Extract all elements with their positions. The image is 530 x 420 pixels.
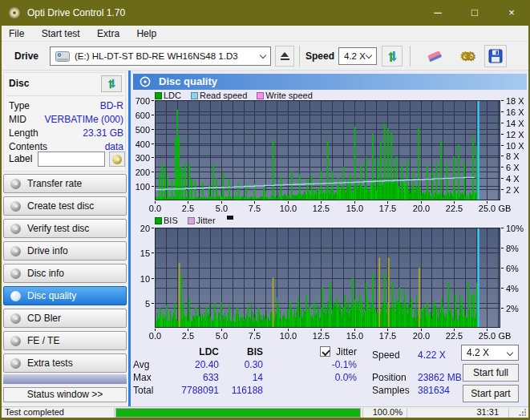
position-stat-value: 23862 MB [418, 372, 466, 383]
save-button[interactable] [484, 45, 507, 67]
refresh-button[interactable] [382, 46, 403, 67]
disc-type-row: Type BD-R [9, 100, 123, 111]
toolbar-separator [299, 46, 300, 67]
statusbar-separator [407, 408, 407, 418]
write-label-button[interactable] [109, 151, 125, 167]
jitter-checkbox[interactable] [320, 346, 330, 357]
panel-title: Disc quality [159, 75, 217, 87]
menu-help[interactable]: Help [129, 26, 164, 42]
title-bar: Opti Drive Control 1.70 ─ □ × [0, 0, 530, 26]
cd-icon [10, 269, 21, 279]
progress-percent: 100.0% [364, 407, 403, 418]
eraser-icon [426, 50, 443, 63]
app-icon [8, 6, 21, 22]
drive-label: Drive [14, 42, 38, 71]
menu-start-test[interactable]: Start test [34, 26, 87, 42]
cd-icon [10, 246, 21, 256]
disc-length-label: Length [9, 127, 38, 139]
max-row-label: Max [133, 372, 152, 383]
menu-extra[interactable]: Extra [90, 26, 127, 42]
drive-select[interactable]: (E:) HL-DT-ST BD-RE WH16NS48 1.D3 [50, 46, 271, 66]
disc-label-label: Label [9, 153, 32, 164]
avg-ldc-value: 20.40 [179, 359, 219, 370]
samples-stat-value: 381634 [418, 385, 466, 396]
speed-stat-value: 4.22 X [418, 349, 456, 361]
sidebar-item-label: CD Bler [27, 313, 61, 324]
cd-icon [10, 224, 21, 234]
bis-column-header: BIS [223, 346, 263, 357]
window-frame: File Start test Extra Help Drive (E:) HL… [2, 26, 528, 418]
panel-header: Disc quality [133, 74, 527, 90]
sidebar-item-label: Drive info [27, 245, 68, 256]
sidebar-item-label: Transfer rate [27, 178, 82, 189]
sidebar-item-disc-quality[interactable]: Disc quality [3, 286, 127, 305]
sidebar-item-cd-bler[interactable]: CD Bler [3, 309, 127, 328]
total-bis-value: 116188 [223, 385, 263, 396]
elapsed-time: 31:31 [435, 407, 499, 418]
speed-stat-label: Speed [372, 349, 400, 361]
menu-file[interactable]: File [2, 26, 31, 42]
gears-icon: ⚙⚙ [460, 49, 471, 63]
statusbar-separator [508, 408, 509, 418]
progress-bar [115, 408, 361, 418]
disc-label-input[interactable] [38, 151, 105, 167]
sidebar-item-disc-info[interactable]: Disc info [3, 264, 127, 283]
test-speed-select[interactable]: 4.2 X [461, 345, 519, 361]
disc-length-value: 23.31 GB [83, 127, 123, 139]
eject-icon [281, 52, 289, 60]
jitter-checkbox-label: Jitter [336, 346, 357, 357]
sidebar-item-fe-te[interactable]: FE / TE [3, 331, 127, 350]
menu-bar: File Start test Extra Help [2, 26, 528, 42]
tools-button[interactable]: ⚙⚙ [455, 46, 475, 67]
sidebar: Disc Type BD-R MID VERBATIMe (000) Lengt… [2, 71, 128, 406]
close-button[interactable]: × [493, 0, 530, 26]
max-jitter-value: 0.0% [317, 372, 357, 383]
sidebar-item-label: FE / TE [27, 335, 59, 346]
avg-jitter-value: -0.1% [317, 359, 357, 370]
sidebar-item-label: Disc info [27, 268, 64, 279]
disc-contents-row: Contents data [9, 141, 123, 152]
chevron-down-icon [507, 349, 513, 356]
maximize-button[interactable]: □ [456, 0, 493, 26]
disc-contents-value[interactable]: data [105, 141, 123, 152]
main-panel: Disc quality LDC Read speed Write speed … [128, 71, 528, 406]
sidebar-item-create-test-disc[interactable]: Create test disc [3, 196, 127, 216]
max-ldc-value: 633 [179, 372, 219, 383]
total-ldc-value: 7788091 [179, 385, 219, 396]
speed-select[interactable]: 4.2 X [338, 47, 377, 65]
status-window-button[interactable]: Status window >> [3, 387, 127, 402]
speed-label: Speed [305, 42, 334, 71]
disc-length-row: Length 23.31 GB [9, 127, 123, 139]
cd-icon [10, 179, 21, 189]
disc-refresh-button[interactable] [101, 75, 122, 92]
chevron-down-icon [366, 51, 372, 58]
bis-chart-canvas [133, 215, 529, 343]
cd-icon [10, 313, 21, 324]
start-part-button[interactable]: Start part [463, 385, 519, 402]
cd-icon [10, 336, 21, 346]
resize-grip[interactable] [519, 409, 526, 416]
disc-contents-label: Contents [9, 141, 47, 152]
status-bar: Test completed 100.0% 31:31 [2, 406, 528, 418]
statusbar-separator [362, 408, 363, 418]
sidebar-splitter[interactable] [3, 374, 127, 384]
chevron-down-icon [260, 51, 266, 58]
position-stat-label: Position [372, 372, 407, 383]
minimize-button[interactable]: ─ [419, 0, 456, 26]
progress-fill [116, 409, 360, 417]
sidebar-item-transfer-rate[interactable]: Transfer rate [3, 174, 127, 193]
eject-button[interactable] [275, 46, 294, 67]
drive-icon [55, 51, 70, 62]
disc-panel-title: Disc [9, 78, 29, 89]
status-text: Test completed [5, 407, 64, 418]
cd-icon [10, 291, 21, 301]
disc-mid-label: MID [9, 114, 26, 125]
disc-icon [140, 76, 151, 87]
sidebar-item-verify-test-disc[interactable]: Verify test disc [3, 219, 127, 238]
sidebar-item-extra-tests[interactable]: Extra tests [3, 353, 127, 373]
start-full-button[interactable]: Start full [463, 364, 519, 382]
sidebar-item-drive-info[interactable]: Drive info [3, 241, 127, 260]
sidebar-item-label: Extra tests [27, 357, 73, 369]
erase-disc-button[interactable] [424, 46, 445, 67]
refresh-icon [386, 50, 399, 63]
